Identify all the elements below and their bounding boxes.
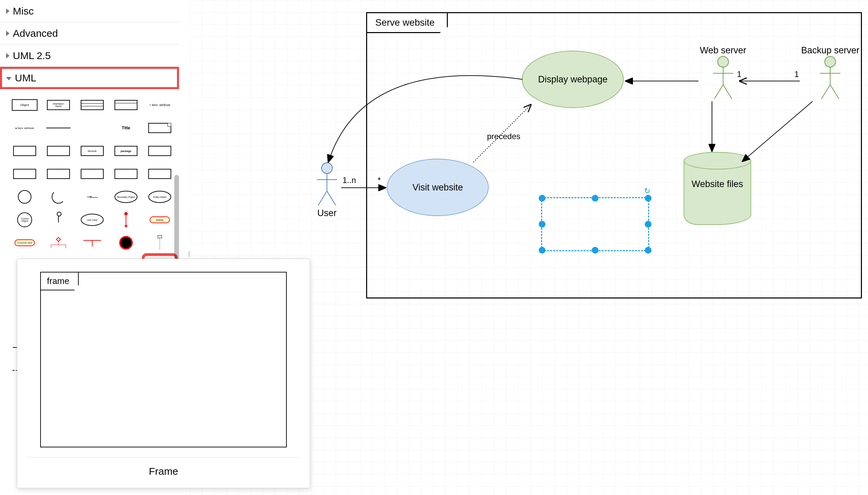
shape-final[interactable] xyxy=(112,234,140,252)
chevron-right-icon xyxy=(6,31,10,36)
edge-label-precedes[interactable]: precedes xyxy=(487,132,521,141)
shape-control[interactable]: Control Object xyxy=(10,211,39,229)
category-advanced[interactable]: Advanced xyxy=(0,22,179,45)
shape-composite[interactable]: Composite State xyxy=(10,234,39,252)
shape-entity[interactable]: Entity Object xyxy=(145,188,174,206)
shape-thumb xyxy=(47,146,70,156)
svg-rect-10 xyxy=(158,235,162,238)
shape-thumb xyxy=(115,169,137,179)
shape-thumb: Entity Object xyxy=(148,191,171,203)
shape-module[interactable]: Module xyxy=(78,142,107,160)
resize-handle-se[interactable] xyxy=(645,247,651,254)
shape-thumb xyxy=(52,190,65,204)
shape-package[interactable]: package xyxy=(112,142,140,160)
shape-thumb xyxy=(119,236,133,250)
resize-handle-s[interactable] xyxy=(592,247,598,254)
resize-handle-n[interactable] xyxy=(592,195,598,202)
shape-thumb: ● item: attribute xyxy=(15,126,34,130)
shape-block4[interactable] xyxy=(112,165,140,183)
shape-template[interactable] xyxy=(145,142,174,160)
shape-thumb xyxy=(48,236,69,250)
preview-caption: Frame xyxy=(27,466,300,477)
shape-actor[interactable] xyxy=(44,211,73,229)
shape-thumb xyxy=(82,238,102,248)
category-uml25[interactable]: UML 2.5 xyxy=(0,45,179,67)
shape-block1[interactable] xyxy=(10,165,39,183)
shape-class3[interactable] xyxy=(78,96,107,114)
shape-class4[interactable] xyxy=(112,96,140,114)
shape-fork-red[interactable] xyxy=(78,234,107,252)
shape-thumb: Control Object xyxy=(17,212,32,227)
shape-lollipop[interactable]: ⊸— xyxy=(78,188,107,206)
shape-boundary[interactable]: Boundary Object xyxy=(112,188,140,206)
category-label: UML 2.5 xyxy=(13,50,51,62)
shape-thumb: ⊸— xyxy=(87,193,98,201)
chevron-down-icon xyxy=(6,77,12,80)
shape-block2[interactable] xyxy=(44,165,73,183)
shape-constraint[interactable] xyxy=(10,142,39,160)
shape-item-attr2[interactable]: ● item: attribute xyxy=(10,119,39,137)
shape-thumb xyxy=(148,123,171,133)
edge-label-web-display[interactable]: 1 xyxy=(737,70,741,79)
shape-spacer[interactable] xyxy=(78,119,107,137)
actor-icon xyxy=(53,212,64,228)
shape-start[interactable] xyxy=(10,188,39,206)
shape-thumb: Object xyxy=(12,99,37,111)
svg-marker-3 xyxy=(56,237,61,241)
category-label: Advanced xyxy=(13,28,58,39)
shape-thumb: Module xyxy=(81,146,104,156)
shape-thumb xyxy=(148,146,171,156)
shape-thumb: Composite State xyxy=(15,239,35,246)
category-label: UML xyxy=(15,72,36,84)
svg-marker-2 xyxy=(124,225,127,228)
svg-point-0 xyxy=(124,212,127,216)
shape-thumb: package xyxy=(115,146,137,156)
edge-label-user-visit-dst[interactable]: * xyxy=(378,175,381,185)
shape-thumb: Boundary Object xyxy=(115,191,137,203)
category-misc[interactable]: Misc xyxy=(0,0,179,22)
shape-thumb xyxy=(46,127,71,128)
shape-interface[interactable]: «interface» Name xyxy=(44,96,73,114)
category-uml[interactable]: UML xyxy=(0,67,179,89)
resize-handle-ne[interactable] xyxy=(645,195,651,202)
shape-thumb xyxy=(123,212,129,228)
shape-usecase[interactable]: Use Case xyxy=(78,211,107,229)
shape-component[interactable] xyxy=(44,142,73,160)
shape-divider[interactable] xyxy=(44,119,73,137)
edge-label-user-visit-src[interactable]: 1..n xyxy=(342,175,356,185)
svg-line-49 xyxy=(742,101,813,161)
shape-thumb xyxy=(47,169,70,179)
preview-frame-title: frame xyxy=(40,272,79,290)
shape-signal-down[interactable] xyxy=(112,211,140,229)
shape-note[interactable] xyxy=(145,119,174,137)
shape-lifeline-top[interactable] xyxy=(145,234,174,252)
preview-frame: frame xyxy=(40,272,287,447)
shape-branch-red[interactable] xyxy=(44,234,73,252)
category-label: Misc xyxy=(13,5,34,17)
shape-preview-popup: frame Frame xyxy=(17,259,310,488)
shape-thumb xyxy=(13,169,36,179)
shape-thumb xyxy=(13,146,36,156)
resize-handle-w[interactable] xyxy=(539,221,545,227)
shape-object[interactable]: Object xyxy=(10,96,39,114)
edge-label-backup-display[interactable]: 1 xyxy=(794,70,799,79)
resize-handle-e[interactable] xyxy=(645,221,651,227)
shape-block3[interactable] xyxy=(78,165,107,183)
selected-shape[interactable]: ↻ xyxy=(541,197,649,251)
shape-item-attr[interactable]: + item: attribute xyxy=(145,96,174,114)
shape-thumb: Use Case xyxy=(81,214,104,226)
shape-thumb xyxy=(18,190,31,204)
shape-title[interactable]: Title xyxy=(112,119,140,137)
rotate-handle-icon[interactable]: ↻ xyxy=(644,187,650,195)
shape-arc[interactable] xyxy=(44,188,73,206)
shape-thumb: «interface» Name xyxy=(47,100,70,110)
shape-thumb xyxy=(81,100,104,110)
shape-block5[interactable] xyxy=(145,165,174,183)
resize-handle-nw[interactable] xyxy=(539,195,545,202)
shape-thumb: + item: attribute xyxy=(149,103,170,107)
shape-thumb xyxy=(148,169,171,179)
chevron-right-icon xyxy=(6,53,10,58)
shape-activity[interactable]: Activity xyxy=(145,211,174,229)
shape-thumb: Activity xyxy=(150,217,170,223)
resize-handle-sw[interactable] xyxy=(539,247,545,254)
